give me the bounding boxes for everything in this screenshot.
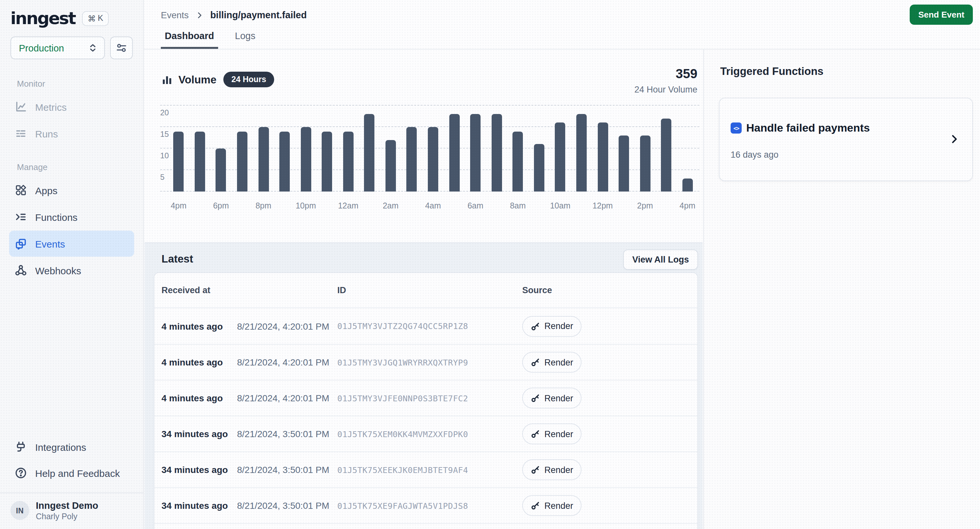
inngest-logo[interactable]: inngest	[10, 10, 75, 27]
sidebar-item-webhooks[interactable]: Webhooks	[9, 257, 134, 284]
webhooks-icon	[15, 264, 27, 276]
event-row[interactable]: 34 minutes ago8/21/2024, 3:50:01 PM01J5T…	[154, 487, 697, 523]
volume-bar-1pm[interactable]	[619, 135, 629, 191]
time-range-badge[interactable]: 24 Hours	[224, 72, 274, 87]
sidebar-item-functions[interactable]: Functions	[9, 204, 134, 230]
send-event-button[interactable]: Send Event	[910, 5, 973, 25]
breadcrumb: Events billing/payment.failed	[144, 0, 980, 20]
sidebar-item-label: Apps	[35, 185, 57, 196]
latest-title: Latest	[161, 253, 193, 265]
volume-bar-5pm[interactable]	[195, 131, 205, 191]
sidebar-nav: MonitorMetricsRunsManageAppsFunctionsEve…	[0, 72, 143, 284]
functions-icon	[15, 211, 27, 223]
event-id: 01J5TMY3VJGQ1WRYRRXQXTRYP9	[337, 357, 522, 367]
chart-y-tick: 5	[160, 173, 164, 182]
volume-bar-3pm[interactable]	[661, 119, 671, 191]
source-badge: Render	[522, 388, 582, 408]
volume-bar-2am[interactable]	[385, 140, 396, 191]
breadcrumb-events-link[interactable]: Events	[161, 10, 189, 20]
volume-bar-9pm[interactable]	[279, 131, 290, 191]
event-id: 01J5TK75XEM0KK4MVMZXXFDPK0	[337, 429, 522, 439]
sidebar-item-help-and-feedback[interactable]: Help and Feedback	[9, 460, 134, 486]
sidebar-item-events[interactable]: Events	[9, 231, 134, 257]
sidebar-footer: IntegrationsHelp and Feedback IN Inngest…	[0, 433, 143, 529]
chevron-right-icon	[950, 134, 959, 144]
bar-chart-icon	[163, 75, 171, 84]
apps-icon	[15, 184, 27, 196]
code-icon: <>	[730, 123, 742, 134]
sidebar-item-integrations[interactable]: Integrations	[9, 434, 134, 460]
chevron-right-icon	[196, 11, 203, 19]
key-icon	[531, 322, 540, 331]
received-timestamp: 8/21/2024, 3:50:01 PM	[237, 500, 337, 511]
volume-total-value: 359	[634, 67, 697, 81]
volume-bar-5am[interactable]	[449, 114, 460, 191]
volume-bar-8am[interactable]	[513, 131, 523, 191]
event-row[interactable]: 34 minutes ago8/21/2024, 3:50:01 PM01J5T…	[154, 416, 697, 451]
sidebar-item-metrics[interactable]: Metrics	[9, 94, 134, 120]
tab-logs[interactable]: Logs	[231, 30, 259, 49]
function-last-run: 16 days ago	[730, 150, 778, 159]
event-row[interactable]: 34 minutes ago8/21/2024, 3:50:01 PM01J5T…	[154, 451, 697, 487]
triggered-function-card[interactable]: <>Handle failed payments16 days ago	[719, 98, 973, 181]
sidebar-item-label: Metrics	[35, 101, 67, 112]
source-name: Render	[544, 465, 573, 475]
volume-bar-7pm[interactable]	[237, 131, 247, 191]
volume-bar-9am[interactable]	[534, 144, 544, 191]
sidebar-item-label: Events	[35, 238, 65, 249]
volume-bar-11pm[interactable]	[322, 131, 332, 191]
sidebar-item-label: Functions	[35, 211, 78, 223]
source-badge: Render	[522, 459, 582, 480]
runs-icon	[15, 128, 27, 139]
sidebar-item-runs[interactable]: Runs	[9, 121, 134, 147]
volume-bar-6am[interactable]	[470, 114, 480, 191]
volume-bar-6pm[interactable]	[216, 148, 226, 191]
received-relative-time: 4 minutes ago	[161, 393, 237, 403]
volume-bar-1am[interactable]	[364, 114, 375, 191]
table-header-row: Received at ID Source	[154, 273, 697, 308]
chart-x-tick: 4am	[425, 201, 441, 210]
volume-bar-12pm[interactable]	[597, 123, 608, 191]
event-row[interactable]: 44 minutes ago8/21/2024, 3:40:01 PM01J5T…	[154, 523, 697, 529]
view-all-logs-button[interactable]: View All Logs	[623, 250, 698, 270]
received-timestamp: 8/21/2024, 4:20:01 PM	[237, 357, 337, 367]
volume-bar-4pm[interactable]	[173, 131, 184, 191]
column-header-source: Source	[522, 285, 690, 295]
chart-x-tick: 4pm	[170, 201, 186, 210]
event-row[interactable]: 4 minutes ago8/21/2024, 4:20:01 PM01J5TM…	[154, 380, 697, 416]
command-palette-shortcut[interactable]: ⌘ K	[82, 11, 109, 26]
event-row[interactable]: 4 minutes ago8/21/2024, 4:20:01 PM01J5TM…	[154, 308, 697, 344]
received-relative-time: 4 minutes ago	[161, 357, 237, 367]
volume-bar-4am[interactable]	[428, 127, 438, 191]
received-timestamp: 8/21/2024, 3:50:01 PM	[237, 465, 337, 475]
source-badge: Render	[522, 424, 582, 444]
volume-bar-11am[interactable]	[576, 114, 587, 191]
sidebar-item-apps[interactable]: Apps	[9, 177, 134, 203]
latest-section: Latest View All Logs Received at ID Sour…	[145, 242, 703, 529]
volume-bar-12am[interactable]	[343, 131, 353, 191]
volume-bar-10am[interactable]	[555, 123, 566, 191]
source-badge: Render	[522, 315, 582, 336]
chart-y-tick: 10	[160, 151, 169, 160]
volume-bar-7am[interactable]	[491, 114, 502, 191]
sidebar-item-label: Help and Feedback	[35, 467, 120, 478]
volume-bar-2pm[interactable]	[640, 135, 650, 191]
command-key-icon: ⌘	[88, 13, 96, 23]
account-org-name: Inngest Demo	[36, 499, 98, 511]
help-icon	[15, 467, 27, 479]
account-user-name: Charly Poly	[36, 511, 98, 522]
chart-x-tick: 4pm	[679, 201, 695, 210]
volume-bar-4pm[interactable]	[682, 178, 693, 191]
tab-dashboard[interactable]: Dashboard	[161, 30, 218, 49]
events-table: Received at ID Source 4 minutes ago8/21/…	[154, 272, 698, 529]
workspace-selector[interactable]: Production	[10, 37, 105, 59]
volume-bar-3am[interactable]	[407, 127, 417, 191]
account-menu[interactable]: IN Inngest Demo Charly Poly	[0, 493, 143, 529]
received-timestamp: 8/21/2024, 4:20:01 PM	[237, 321, 337, 331]
environment-settings-button[interactable]	[110, 37, 133, 59]
event-id: 01J5TMY3VJTZ2QG74QCC5RP1Z8	[337, 321, 522, 331]
volume-bar-8pm[interactable]	[258, 127, 269, 191]
volume-bar-10pm[interactable]	[301, 127, 311, 191]
tab-bar: DashboardLogs	[161, 30, 259, 49]
event-row[interactable]: 4 minutes ago8/21/2024, 4:20:01 PM01J5TM…	[154, 344, 697, 380]
